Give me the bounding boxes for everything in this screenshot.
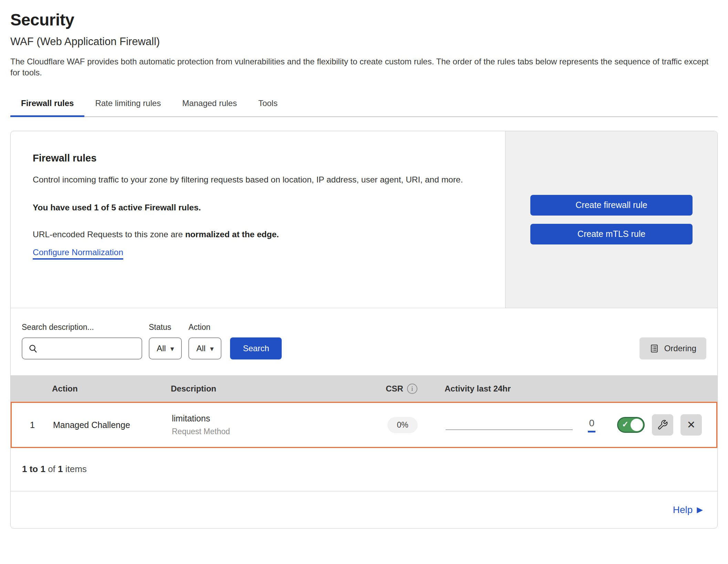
items-word: items (63, 464, 87, 474)
rule-enabled-toggle[interactable]: ✓ (617, 417, 645, 433)
rule-priority: 1 (12, 420, 53, 430)
items-range: 1 to 1 (22, 464, 45, 474)
page-title: Security (10, 10, 718, 29)
wrench-icon (657, 419, 668, 430)
check-icon: ✓ (622, 420, 628, 429)
header-activity: Activity last 24hr (445, 384, 598, 394)
tab-tools[interactable]: Tools (248, 94, 288, 116)
firewall-rules-overview: Firewall rules Control incoming traffic … (11, 131, 717, 308)
search-field: Search description... (22, 323, 142, 359)
header-description: Description (171, 384, 358, 394)
close-icon: ✕ (687, 420, 695, 430)
configure-normalization-link[interactable]: Configure Normalization (33, 248, 123, 257)
csr-badge: 0% (387, 417, 417, 433)
normalization-text: URL-encoded Requests to this zone are no… (33, 230, 483, 239)
waf-tabs: Firewall rules Rate limiting rules Manag… (10, 94, 718, 117)
status-label: Status (149, 323, 182, 332)
delete-rule-button[interactable]: ✕ (680, 414, 702, 436)
rule-activity-cell: 0 (446, 418, 599, 432)
usage-text: You have used 1 of 5 active Firewall rul… (33, 203, 483, 212)
panel-heading: Firewall rules (33, 153, 483, 164)
activity-count-link[interactable]: 0 (588, 418, 595, 432)
help-label: Help (673, 504, 693, 515)
table-header: Action Description CSR i Activity last 2… (11, 375, 717, 402)
help-link[interactable]: Help ▶ (673, 504, 703, 515)
tab-managed-rules[interactable]: Managed rules (171, 94, 248, 116)
chevron-down-icon: ▾ (210, 345, 214, 352)
create-mtls-rule-button[interactable]: Create mTLS rule (530, 224, 693, 244)
rule-expression-summary: Request Method (172, 427, 360, 436)
rule-action: Managed Challenge (53, 420, 172, 430)
search-input[interactable] (42, 344, 136, 353)
edit-rule-button[interactable] (652, 414, 673, 436)
panel-description: Control incoming traffic to your zone by… (33, 174, 480, 186)
search-icon (28, 343, 38, 354)
rule-description-cell: limitations Request Method (172, 414, 360, 436)
actions-side-panel: Create firewall rule Create mTLS rule (505, 131, 717, 308)
ordering-list-icon (649, 344, 659, 353)
header-csr-label: CSR (386, 384, 403, 394)
header-action: Action (52, 384, 171, 394)
chevron-down-icon: ▾ (170, 345, 174, 352)
tab-firewall-rules[interactable]: Firewall rules (10, 94, 84, 116)
toggle-knob (631, 419, 643, 431)
create-firewall-rule-button[interactable]: Create firewall rule (530, 195, 693, 216)
action-label: Action (188, 323, 221, 332)
help-arrow-icon: ▶ (697, 505, 703, 514)
items-total: 1 (58, 464, 63, 474)
firewall-rules-card: Firewall rules Control incoming traffic … (10, 131, 718, 529)
normalization-prefix: URL-encoded Requests to this zone are (33, 230, 185, 239)
filter-bar: Search description... Status (11, 308, 717, 375)
search-description-label: Search description... (22, 323, 142, 332)
action-select[interactable]: All ▾ (188, 337, 221, 359)
rule-description: limitations (172, 414, 360, 424)
csr-info-icon[interactable]: i (407, 384, 417, 394)
status-select[interactable]: All ▾ (149, 337, 182, 359)
normalization-bold: normalized at the edge. (185, 230, 279, 239)
page-description: The Cloudflare WAF provides both automat… (10, 56, 716, 78)
action-field: Action All ▾ (188, 323, 221, 359)
help-row: Help ▶ (11, 491, 717, 528)
search-box (22, 337, 142, 359)
activity-sparkline (446, 429, 573, 430)
firewall-rules-info: Firewall rules Control incoming traffic … (11, 131, 505, 308)
search-button[interactable]: Search (230, 337, 282, 359)
table-row: 1 Managed Challenge limitations Request … (11, 402, 717, 448)
status-field: Status All ▾ (149, 323, 182, 359)
ordering-button-label: Ordering (664, 344, 696, 353)
page-subtitle: WAF (Web Application Firewall) (10, 35, 718, 48)
status-select-value: All (157, 344, 166, 353)
ordering-button[interactable]: Ordering (639, 337, 706, 359)
security-waf-page: Security WAF (Web Application Firewall) … (0, 0, 728, 529)
items-of: of (45, 464, 58, 474)
tab-rate-limiting-rules[interactable]: Rate limiting rules (84, 94, 171, 116)
items-count: 1 to 1 of 1 items (11, 448, 717, 491)
action-select-value: All (196, 344, 206, 353)
filter-fields: Search description... Status (22, 323, 282, 359)
rule-controls: ✓ ✕ (599, 414, 716, 436)
rule-csr-cell: 0% (360, 417, 446, 433)
header-csr: CSR i (358, 384, 445, 394)
